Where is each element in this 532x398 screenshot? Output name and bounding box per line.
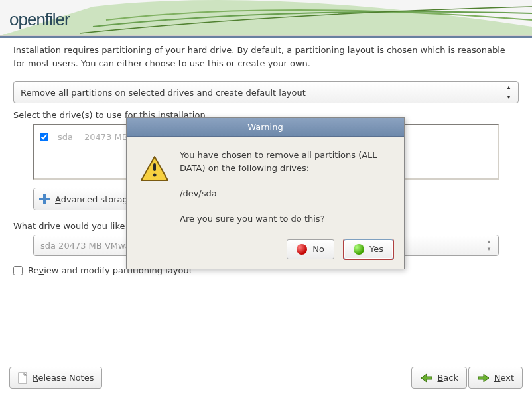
dialog-drive: /dev/sda (180, 187, 391, 200)
release-notes-label: Release Notes (33, 373, 94, 383)
dialog-title: Warning (127, 118, 404, 137)
arrow-right-icon (477, 373, 490, 383)
drive-checkbox[interactable] (40, 133, 48, 141)
header: openfiler (0, 0, 532, 36)
document-icon (18, 372, 29, 384)
svg-rect-1 (39, 198, 50, 200)
dialog-confirm: Are you sure you want to do this? (180, 212, 391, 226)
next-label: Next (494, 373, 514, 383)
svg-rect-7 (153, 163, 156, 171)
review-checkbox[interactable] (13, 266, 23, 275)
drive-size: 20473 MB (84, 132, 128, 142)
yes-button[interactable]: Yes (344, 239, 393, 259)
back-button[interactable]: Back (411, 367, 467, 389)
dialog-line1: You have chosen to remove all partitions… (180, 149, 391, 175)
combo-spinner-icon[interactable]: ▴▾ (484, 239, 494, 252)
green-sphere-icon (354, 244, 364, 255)
svg-point-8 (153, 174, 157, 177)
arrow-left-icon (420, 373, 433, 383)
partition-layout-combo[interactable]: Remove all partitions on selected drives… (13, 81, 519, 103)
dialog-text: You have chosen to remove all partitions… (180, 149, 391, 226)
footer: Release Notes Back Next (0, 365, 532, 391)
logo: openfiler (9, 9, 70, 30)
plus-icon (38, 192, 51, 206)
combo-spinner-icon[interactable]: ▴▾ (503, 84, 514, 100)
no-button[interactable]: No (287, 239, 334, 259)
description-text: Installation requires partitioning of yo… (0, 36, 532, 81)
yes-label: Yes (369, 244, 383, 254)
release-notes-button[interactable]: Release Notes (9, 367, 102, 389)
partition-layout-value: Remove all partitions on selected drives… (21, 88, 306, 98)
warning-dialog: Warning You have chosen to remove all pa… (126, 117, 405, 269)
back-label: Back (437, 373, 458, 383)
no-label: No (312, 244, 324, 254)
drive-name: sda (58, 132, 84, 142)
warning-icon (140, 149, 169, 226)
next-button[interactable]: Next (468, 367, 523, 389)
red-sphere-icon (297, 244, 307, 255)
svg-marker-5 (478, 374, 489, 382)
svg-marker-4 (421, 374, 432, 382)
